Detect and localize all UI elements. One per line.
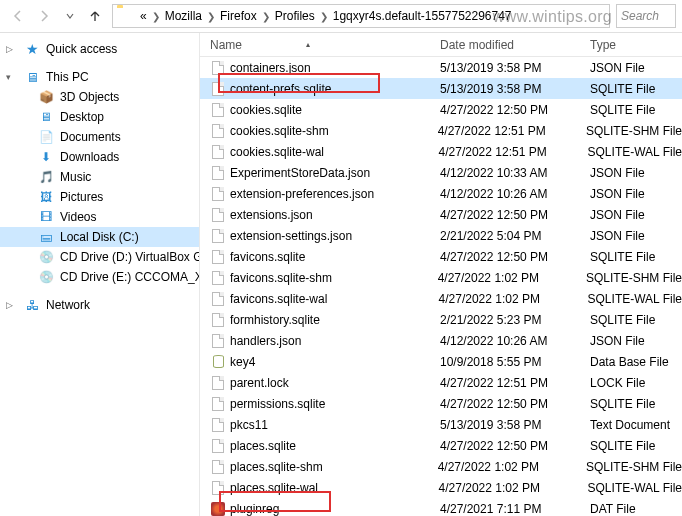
file-row[interactable]: favicons.sqlite-shm 4/27/2022 1:02 PM SQ…	[200, 267, 682, 288]
file-icon	[210, 123, 226, 139]
file-icon	[210, 417, 226, 433]
doc-icon: 📄	[38, 129, 54, 145]
file-row[interactable]: favicons.sqlite 4/27/2022 12:50 PM SQLIT…	[200, 246, 682, 267]
column-header-date[interactable]: Date modified	[440, 38, 590, 52]
sidebar-item-label: 3D Objects	[60, 90, 119, 104]
file-type: SQLITE-WAL File	[588, 481, 682, 495]
file-row[interactable]: pluginreg 4/27/2021 7:11 PM DAT File	[200, 498, 682, 516]
file-row[interactable]: handlers.json 4/12/2022 10:26 AM JSON Fi…	[200, 330, 682, 351]
file-row[interactable]: pkcs11 5/13/2019 3:58 PM Text Document	[200, 414, 682, 435]
column-header-type[interactable]: Type	[590, 38, 682, 52]
file-date: 4/27/2022 12:50 PM	[440, 103, 590, 117]
file-name: extensions.json	[230, 208, 440, 222]
sidebar-item[interactable]: ⬇Downloads	[0, 147, 199, 167]
file-icon	[210, 165, 226, 181]
file-icon	[210, 459, 226, 475]
file-icon	[210, 60, 226, 76]
chevron-right-icon: ❯	[318, 11, 330, 22]
file-date: 5/13/2019 3:58 PM	[440, 61, 590, 75]
file-row[interactable]: key4 10/9/2018 5:55 PM Data Base File	[200, 351, 682, 372]
file-row[interactable]: ExperimentStoreData.json 4/12/2022 10:33…	[200, 162, 682, 183]
navigation-pane: ▷ ★ Quick access ▾ 🖥 This PC 📦3D Objects…	[0, 33, 200, 516]
file-type: DAT File	[590, 502, 682, 516]
sidebar-item[interactable]: 🎵Music	[0, 167, 199, 187]
breadcrumb-ellipsis[interactable]: «	[137, 9, 150, 23]
sidebar-this-pc[interactable]: ▾ 🖥 This PC	[0, 67, 199, 87]
sidebar-item[interactable]: 📦3D Objects	[0, 87, 199, 107]
sidebar-quick-access[interactable]: ▷ ★ Quick access	[0, 39, 199, 59]
file-icon	[210, 81, 226, 97]
file-row[interactable]: places.sqlite-shm 4/27/2022 1:02 PM SQLI…	[200, 456, 682, 477]
sidebar-item-label: Desktop	[60, 110, 104, 124]
file-icon	[210, 207, 226, 223]
file-row[interactable]: cookies.sqlite-shm 4/27/2022 12:51 PM SQ…	[200, 120, 682, 141]
sidebar-item-label: Local Disk (C:)	[60, 230, 139, 244]
picture-icon: 🖼	[38, 189, 54, 205]
file-row[interactable]: formhistory.sqlite 2/21/2022 5:23 PM SQL…	[200, 309, 682, 330]
breadcrumb-item[interactable]: Profiles	[272, 9, 318, 23]
file-row[interactable]: containers.json 5/13/2019 3:58 PM JSON F…	[200, 57, 682, 78]
file-date: 4/27/2022 1:02 PM	[439, 481, 588, 495]
file-name: formhistory.sqlite	[230, 313, 440, 327]
file-row[interactable]: extensions.json 4/27/2022 12:50 PM JSON …	[200, 204, 682, 225]
sort-ascending-icon: ▴	[306, 40, 310, 49]
file-row[interactable]: extension-settings.json 2/21/2022 5:04 P…	[200, 225, 682, 246]
sidebar-item-label: Downloads	[60, 150, 119, 164]
file-type: JSON File	[590, 187, 682, 201]
file-type: SQLITE File	[590, 82, 682, 96]
file-type: JSON File	[590, 61, 682, 75]
file-row[interactable]: favicons.sqlite-wal 4/27/2022 1:02 PM SQ…	[200, 288, 682, 309]
file-name: favicons.sqlite-shm	[230, 271, 438, 285]
sidebar-item[interactable]: 🖥Desktop	[0, 107, 199, 127]
sidebar-network[interactable]: ▷ 🖧 Network	[0, 295, 199, 315]
file-name: extension-settings.json	[230, 229, 440, 243]
file-date: 5/13/2019 3:58 PM	[440, 82, 590, 96]
file-name: places.sqlite-shm	[230, 460, 438, 474]
file-type: SQLITE File	[590, 103, 682, 117]
recent-dropdown-button[interactable]	[58, 4, 82, 28]
file-name: cookies.sqlite-wal	[230, 145, 439, 159]
file-row[interactable]: places.sqlite 4/27/2022 12:50 PM SQLITE …	[200, 435, 682, 456]
sidebar-item[interactable]: 🖴Local Disk (C:)	[0, 227, 199, 247]
sidebar-item[interactable]: 💿CD Drive (E:) CCCOMA_X64FRE_	[0, 267, 199, 287]
file-row[interactable]: extension-preferences.json 4/12/2022 10:…	[200, 183, 682, 204]
breadcrumb-item[interactable]: 1gqxyr4s.default-1557752296747	[330, 9, 515, 23]
column-header-name[interactable]: Name ▴	[210, 38, 440, 52]
file-date: 4/27/2022 12:50 PM	[440, 397, 590, 411]
chevron-right-icon: ❯	[150, 11, 162, 22]
file-date: 2/21/2022 5:04 PM	[440, 229, 590, 243]
breadcrumb-item[interactable]: Firefox	[217, 9, 260, 23]
breadcrumb[interactable]: « ❯ Mozilla ❯ Firefox ❯ Profiles ❯ 1gqxy…	[112, 4, 610, 28]
toolbar: « ❯ Mozilla ❯ Firefox ❯ Profiles ❯ 1gqxy…	[0, 0, 682, 33]
file-name: permissions.sqlite	[230, 397, 440, 411]
file-row[interactable]: cookies.sqlite-wal 4/27/2022 12:51 PM SQ…	[200, 141, 682, 162]
file-date: 2/21/2022 5:23 PM	[440, 313, 590, 327]
file-type: SQLITE-WAL File	[588, 145, 682, 159]
star-icon: ★	[24, 41, 40, 57]
file-type: SQLITE File	[590, 250, 682, 264]
sidebar-item[interactable]: 🎞Videos	[0, 207, 199, 227]
up-button[interactable]	[84, 5, 106, 27]
file-name: parent.lock	[230, 376, 440, 390]
folder-icon	[117, 8, 133, 24]
sidebar-item-label: Quick access	[46, 42, 117, 56]
breadcrumb-item[interactable]: Mozilla	[162, 9, 205, 23]
sidebar-item-label: Videos	[60, 210, 96, 224]
back-button[interactable]	[6, 4, 30, 28]
sidebar-item-label: Network	[46, 298, 90, 312]
sidebar-item-label: Documents	[60, 130, 121, 144]
column-headers: Name ▴ Date modified Type	[200, 33, 682, 57]
file-row[interactable]: places.sqlite-wal 4/27/2022 1:02 PM SQLI…	[200, 477, 682, 498]
file-row[interactable]: parent.lock 4/27/2022 12:51 PM LOCK File	[200, 372, 682, 393]
sidebar-item[interactable]: 📄Documents	[0, 127, 199, 147]
forward-button[interactable]	[32, 4, 56, 28]
file-icon	[210, 249, 226, 265]
file-row[interactable]: permissions.sqlite 4/27/2022 12:50 PM SQ…	[200, 393, 682, 414]
file-row[interactable]: content-prefs.sqlite 5/13/2019 3:58 PM S…	[200, 78, 682, 99]
file-icon	[210, 144, 226, 160]
sidebar-item[interactable]: 🖼Pictures	[0, 187, 199, 207]
file-row[interactable]: cookies.sqlite 4/27/2022 12:50 PM SQLITE…	[200, 99, 682, 120]
sidebar-item[interactable]: 💿CD Drive (D:) VirtualBox Guest A	[0, 247, 199, 267]
search-input[interactable]: Search	[616, 4, 676, 28]
file-name: favicons.sqlite	[230, 250, 440, 264]
